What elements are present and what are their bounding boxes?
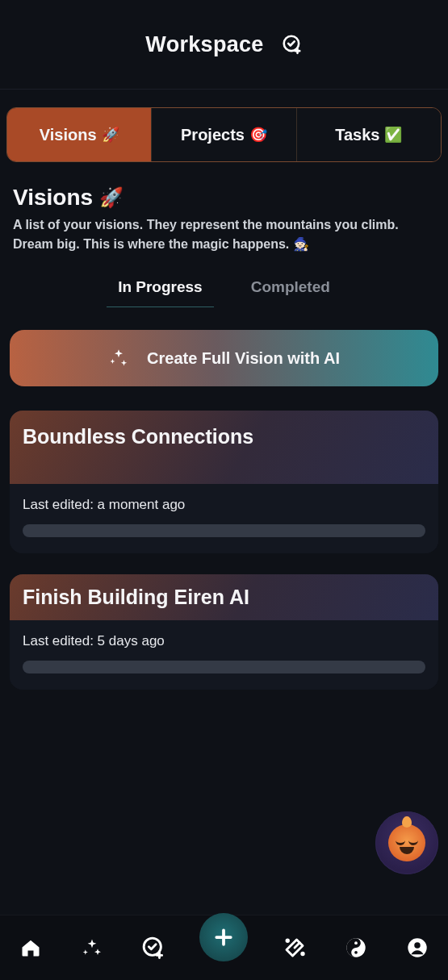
- subtab-completed[interactable]: Completed: [249, 273, 332, 307]
- target-icon: 🎯: [249, 126, 267, 144]
- svg-point-8: [414, 942, 420, 948]
- page-title: Workspace: [145, 32, 263, 57]
- vision-title: Finish Building Eiren AI: [23, 586, 425, 609]
- section-description: A list of your visions. They represent t…: [13, 215, 435, 254]
- vision-card-header: Boundless Connections: [10, 411, 438, 484]
- vision-card[interactable]: Finish Building Eiren AI Last edited: 5 …: [10, 574, 438, 690]
- add-task-icon[interactable]: [282, 34, 303, 55]
- section-title: Visions 🚀: [13, 185, 435, 211]
- create-vision-ai-button[interactable]: Create Full Vision with AI: [10, 330, 438, 386]
- rocket-icon: 🚀: [99, 186, 124, 209]
- top-bar: Workspace: [0, 0, 448, 90]
- nav-account[interactable]: [403, 933, 432, 962]
- tab-label: Tasks: [335, 126, 379, 144]
- vision-card-body: Last edited: a moment ago: [10, 484, 438, 553]
- tab-label: Projects: [181, 126, 245, 144]
- vision-last-edited: Last edited: 5 days ago: [23, 633, 425, 649]
- status-tabs: In Progress Completed: [13, 273, 435, 307]
- vision-card[interactable]: Boundless Connections Last edited: a mom…: [10, 411, 438, 553]
- cta-label: Create Full Vision with AI: [147, 349, 340, 368]
- rocket-icon: 🚀: [102, 126, 119, 144]
- svg-point-5: [354, 941, 358, 945]
- checkbox-icon: ✅: [384, 126, 402, 144]
- tab-label: Visions: [40, 126, 97, 144]
- nav-check-add[interactable]: [139, 933, 168, 962]
- subtab-in-progress[interactable]: In Progress: [116, 273, 204, 307]
- visions-list: Boundless Connections Last edited: a mom…: [0, 386, 448, 690]
- nav-add-button[interactable]: [199, 913, 248, 961]
- vision-card-body: Last edited: 5 days ago: [10, 620, 438, 690]
- vision-progress-bar: [23, 661, 425, 673]
- nav-home[interactable]: [16, 933, 45, 962]
- tab-visions[interactable]: Visions 🚀: [7, 108, 152, 161]
- nav-sparkles[interactable]: [77, 933, 107, 962]
- svg-point-2: [287, 940, 289, 942]
- nav-yinyang[interactable]: [341, 933, 371, 962]
- workspace-tabs: Visions 🚀 Projects 🎯 Tasks ✅: [6, 107, 442, 162]
- vision-progress-bar: [23, 524, 425, 537]
- assistant-avatar-button[interactable]: [375, 811, 438, 874]
- nav-magic[interactable]: [280, 933, 309, 962]
- wizard-icon: 🧙🏻: [293, 237, 309, 251]
- svg-point-6: [354, 951, 358, 954]
- section-header: Visions 🚀 A list of your visions. They r…: [0, 162, 448, 307]
- vision-last-edited: Last edited: a moment ago: [23, 497, 425, 513]
- vision-title: Boundless Connections: [23, 425, 425, 448]
- svg-point-3: [302, 953, 304, 955]
- tab-tasks[interactable]: Tasks ✅: [297, 108, 441, 161]
- avatar-face-icon: [388, 824, 425, 861]
- tab-projects[interactable]: Projects 🎯: [152, 108, 296, 161]
- bottom-nav: [0, 915, 448, 980]
- vision-card-header: Finish Building Eiren AI: [10, 574, 438, 620]
- sparkles-icon: [108, 348, 129, 369]
